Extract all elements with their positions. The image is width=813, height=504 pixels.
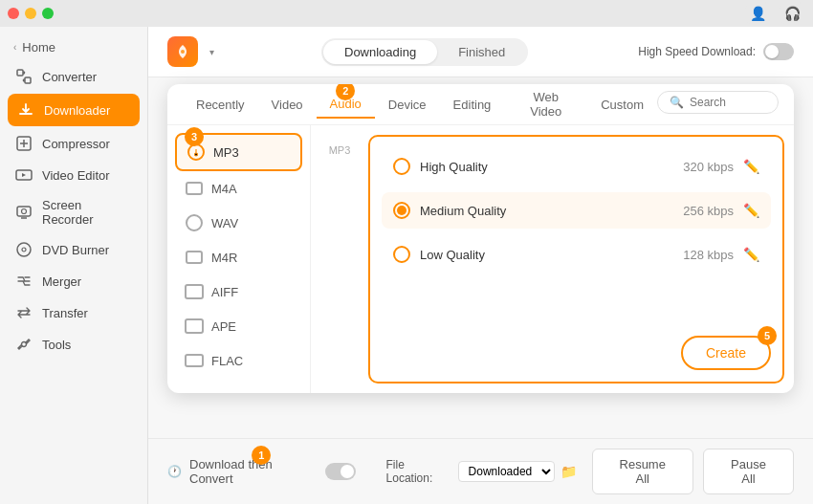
chevron-left-icon: ‹ bbox=[13, 42, 16, 53]
download-tab-group: Downloading Finished bbox=[321, 38, 528, 66]
sidebar-home[interactable]: ‹ Home bbox=[0, 34, 147, 60]
dvd-burner-icon bbox=[15, 241, 33, 258]
file-location-group: File Location: Downloaded 📁 bbox=[386, 458, 577, 485]
sidebar-label-transfer: Transfer bbox=[42, 306, 88, 320]
tab-recently[interactable]: Recently bbox=[183, 92, 258, 118]
quality-item-high[interactable]: High Quality 320 kbps ✏️ bbox=[382, 148, 771, 185]
tab-editing[interactable]: Editing bbox=[440, 92, 505, 118]
close-button[interactable] bbox=[8, 8, 19, 19]
app-body: ‹ Home Converter Downloader Compressor bbox=[0, 27, 813, 504]
file-location-select[interactable]: Downloaded bbox=[458, 461, 555, 482]
main-content: ▾ Downloading Finished High Speed Downlo… bbox=[148, 27, 813, 504]
quality-item-medium[interactable]: Medium Quality 256 kbps ✏️ bbox=[382, 192, 771, 229]
svg-rect-4 bbox=[17, 207, 31, 216]
svg-point-9 bbox=[181, 50, 185, 54]
downloader-icon bbox=[17, 101, 34, 119]
user-icon[interactable]: 👤 bbox=[744, 0, 771, 27]
tab-finished[interactable]: Finished bbox=[437, 40, 526, 64]
sidebar-label-merger: Merger bbox=[42, 274, 81, 289]
format-item-aiff[interactable]: AIFF bbox=[175, 274, 302, 309]
merger-icon bbox=[15, 273, 33, 290]
quality-bitrate-low: 128 kbps bbox=[683, 248, 734, 262]
svg-point-5 bbox=[22, 209, 27, 214]
format-item-m4r[interactable]: M4R bbox=[175, 240, 302, 274]
title-bar-right: 👤 🎧 bbox=[744, 0, 805, 27]
quality-panel: High Quality 320 kbps ✏️ Medium Quality … bbox=[368, 135, 784, 383]
badge-5: 5 bbox=[758, 326, 777, 345]
clock-icon: 🕐 bbox=[167, 465, 182, 478]
minimize-button[interactable] bbox=[25, 8, 36, 19]
download-convert-toggle[interactable] bbox=[325, 463, 356, 480]
high-speed-download: High Speed Download: bbox=[638, 43, 794, 60]
format-tabs-row: Recently Video Audio 2 Device Editing We… bbox=[167, 84, 794, 125]
sidebar-item-video-editor[interactable]: Video Editor bbox=[8, 160, 140, 190]
quality-item-low[interactable]: Low Quality 128 kbps ✏️ bbox=[382, 236, 771, 273]
ape-icon bbox=[185, 317, 204, 336]
format-item-mp3[interactable]: 3 MP3 bbox=[175, 133, 302, 171]
quality-label-medium: Medium Quality bbox=[420, 204, 673, 218]
m4r-icon bbox=[185, 248, 204, 267]
svg-point-7 bbox=[22, 248, 26, 252]
tab-web-video[interactable]: Web Video bbox=[504, 84, 587, 124]
format-label-wav: WAV bbox=[211, 216, 238, 230]
pause-all-button[interactable]: Pause All bbox=[703, 449, 794, 494]
quality-radio-low[interactable] bbox=[393, 246, 410, 263]
sidebar-item-compressor[interactable]: Compressor bbox=[8, 128, 140, 159]
quality-edit-high-icon[interactable]: ✏️ bbox=[743, 159, 759, 174]
maximize-button[interactable] bbox=[42, 8, 54, 19]
format-item-m4a[interactable]: M4A bbox=[175, 171, 302, 206]
format-item-flac[interactable]: FLAC bbox=[175, 343, 302, 378]
create-button-wrap: 5 Create bbox=[382, 336, 771, 370]
window-controls[interactable] bbox=[8, 8, 54, 19]
format-label-m4a: M4A bbox=[211, 182, 237, 196]
search-input[interactable] bbox=[690, 96, 766, 109]
logo-dropdown-icon[interactable]: ▾ bbox=[209, 47, 214, 57]
format-overlay: Recently Video Audio 2 Device Editing We… bbox=[167, 84, 794, 393]
sidebar-label-compressor: Compressor bbox=[42, 137, 110, 151]
folder-icon[interactable]: 📁 bbox=[560, 464, 577, 479]
format-label-flac: FLAC bbox=[211, 354, 243, 368]
tab-device[interactable]: Device bbox=[375, 92, 440, 118]
sidebar-item-transfer[interactable]: Transfer bbox=[8, 297, 140, 328]
tab-video[interactable]: Video bbox=[258, 92, 317, 118]
quality-radio-high[interactable] bbox=[393, 158, 410, 175]
compressor-icon bbox=[15, 135, 33, 152]
sidebar-item-tools[interactable]: Tools bbox=[8, 329, 140, 360]
quality-bitrate-high: 320 kbps bbox=[683, 160, 734, 174]
svg-point-6 bbox=[17, 243, 31, 256]
quality-radio-medium[interactable] bbox=[393, 202, 410, 219]
help-icon[interactable]: 🎧 bbox=[779, 0, 805, 27]
sidebar-label-tools: Tools bbox=[42, 338, 71, 352]
quality-edit-low-icon[interactable]: ✏️ bbox=[743, 247, 759, 262]
converter-icon bbox=[15, 68, 33, 85]
quality-label-low: Low Quality bbox=[420, 248, 673, 262]
sidebar-label-downloader: Downloader bbox=[44, 103, 110, 118]
create-button[interactable]: Create bbox=[681, 336, 771, 370]
quality-edit-medium-icon[interactable]: ✏️ bbox=[743, 203, 759, 218]
top-bar: ▾ Downloading Finished High Speed Downlo… bbox=[148, 27, 813, 77]
sidebar-item-downloader[interactable]: Downloader bbox=[8, 94, 140, 126]
sidebar-item-dvd-burner[interactable]: DVD Burner bbox=[8, 234, 140, 265]
format-label-mp3: MP3 bbox=[213, 145, 239, 160]
tab-downloading[interactable]: Downloading bbox=[323, 40, 437, 64]
wav-icon bbox=[185, 213, 204, 232]
quality-label-high: High Quality bbox=[420, 160, 673, 174]
sidebar-item-screen-recorder[interactable]: Screen Recorder bbox=[8, 191, 140, 233]
screen-recorder-icon bbox=[15, 204, 33, 221]
resume-all-button[interactable]: Resume All bbox=[592, 449, 693, 494]
format-search[interactable]: 🔍 bbox=[657, 91, 779, 114]
svg-rect-1 bbox=[25, 77, 31, 83]
app-logo bbox=[167, 36, 198, 67]
format-list: 3 MP3 M4A bbox=[167, 125, 311, 393]
format-label-m4r: M4R bbox=[211, 251, 237, 265]
tab-custom[interactable]: Custom bbox=[587, 92, 657, 118]
sidebar-label-screen-recorder: Screen Recorder bbox=[42, 198, 132, 227]
format-item-ape[interactable]: APE bbox=[175, 309, 302, 343]
sidebar-label-converter: Converter bbox=[42, 70, 97, 84]
svg-rect-0 bbox=[17, 70, 23, 76]
sidebar-item-converter[interactable]: Converter bbox=[8, 61, 140, 92]
format-item-wav[interactable]: WAV bbox=[175, 206, 302, 240]
high-speed-toggle[interactable] bbox=[763, 43, 794, 60]
sidebar-item-merger[interactable]: Merger bbox=[8, 266, 140, 296]
search-icon: 🔍 bbox=[670, 96, 684, 109]
